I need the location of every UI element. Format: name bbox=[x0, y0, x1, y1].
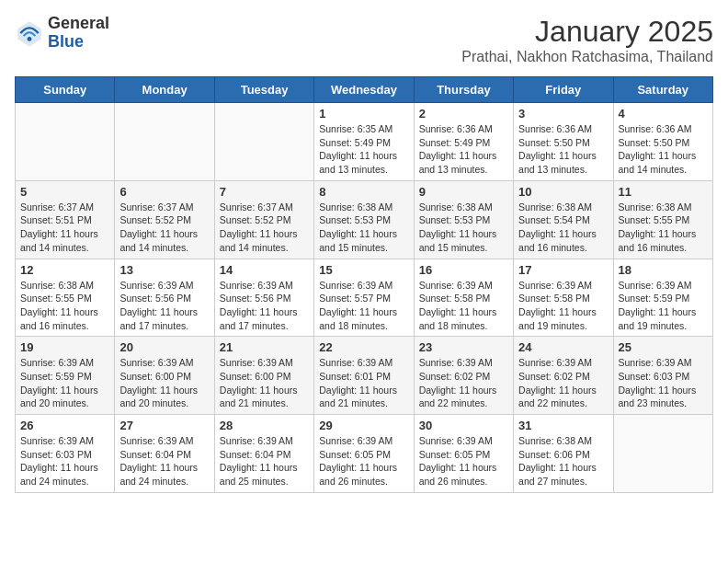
calendar-cell: 19Sunrise: 6:39 AMSunset: 5:59 PMDayligh… bbox=[16, 337, 115, 415]
calendar-week-row: 19Sunrise: 6:39 AMSunset: 5:59 PMDayligh… bbox=[16, 337, 713, 415]
title-block: January 2025 Prathai, Nakhon Ratchasima,… bbox=[461, 15, 713, 65]
calendar-cell bbox=[115, 103, 214, 181]
day-info: Sunrise: 6:39 AMSunset: 5:58 PMDaylight:… bbox=[518, 279, 608, 333]
calendar-cell: 3Sunrise: 6:36 AMSunset: 5:50 PMDaylight… bbox=[514, 103, 613, 181]
calendar-week-row: 12Sunrise: 6:38 AMSunset: 5:55 PMDayligh… bbox=[16, 259, 713, 337]
day-info: Sunrise: 6:39 AMSunset: 5:56 PMDaylight:… bbox=[220, 279, 309, 333]
calendar-cell: 9Sunrise: 6:38 AMSunset: 5:53 PMDaylight… bbox=[414, 180, 513, 259]
svg-marker-0 bbox=[17, 21, 41, 46]
day-number: 12 bbox=[20, 263, 109, 277]
calendar-cell: 15Sunrise: 6:39 AMSunset: 5:57 PMDayligh… bbox=[314, 259, 414, 337]
calendar-cell: 7Sunrise: 6:37 AMSunset: 5:52 PMDaylight… bbox=[214, 180, 313, 259]
day-info: Sunrise: 6:36 AMSunset: 5:50 PMDaylight:… bbox=[518, 122, 608, 177]
day-number: 27 bbox=[119, 419, 209, 432]
calendar-cell: 18Sunrise: 6:39 AMSunset: 5:59 PMDayligh… bbox=[613, 259, 712, 337]
day-info: Sunrise: 6:39 AMSunset: 6:05 PMDaylight:… bbox=[319, 434, 408, 488]
day-of-week-header: Saturday bbox=[613, 77, 712, 103]
calendar-cell: 23Sunrise: 6:39 AMSunset: 6:02 PMDayligh… bbox=[414, 337, 513, 415]
calendar-cell: 1Sunrise: 6:35 AMSunset: 5:49 PMDaylight… bbox=[314, 103, 414, 181]
day-number: 5 bbox=[20, 185, 109, 199]
day-number: 31 bbox=[518, 419, 608, 432]
logo-text: GeneralBlue bbox=[48, 15, 109, 52]
day-info: Sunrise: 6:35 AMSunset: 5:49 PMDaylight:… bbox=[319, 122, 408, 177]
calendar-week-row: 5Sunrise: 6:37 AMSunset: 5:51 PMDaylight… bbox=[16, 180, 713, 259]
day-info: Sunrise: 6:39 AMSunset: 6:02 PMDaylight:… bbox=[518, 356, 608, 410]
calendar-week-row: 1Sunrise: 6:35 AMSunset: 5:49 PMDaylight… bbox=[16, 103, 713, 181]
day-info: Sunrise: 6:39 AMSunset: 6:03 PMDaylight:… bbox=[20, 434, 109, 488]
day-number: 18 bbox=[619, 263, 708, 277]
day-number: 13 bbox=[119, 263, 209, 277]
day-info: Sunrise: 6:39 AMSunset: 5:59 PMDaylight:… bbox=[619, 279, 708, 333]
day-number: 3 bbox=[518, 107, 608, 121]
day-info: Sunrise: 6:38 AMSunset: 5:55 PMDaylight:… bbox=[20, 279, 109, 333]
day-info: Sunrise: 6:38 AMSunset: 5:53 PMDaylight:… bbox=[319, 201, 408, 255]
day-info: Sunrise: 6:39 AMSunset: 6:02 PMDaylight:… bbox=[419, 356, 508, 410]
calendar-cell bbox=[214, 103, 313, 181]
day-number: 2 bbox=[419, 107, 508, 121]
day-number: 20 bbox=[119, 340, 209, 354]
calendar-cell: 17Sunrise: 6:39 AMSunset: 5:58 PMDayligh… bbox=[514, 259, 613, 337]
calendar-cell: 28Sunrise: 6:39 AMSunset: 6:04 PMDayligh… bbox=[214, 415, 313, 493]
calendar-cell: 30Sunrise: 6:39 AMSunset: 6:05 PMDayligh… bbox=[414, 415, 513, 493]
day-number: 10 bbox=[518, 185, 608, 199]
calendar-cell: 31Sunrise: 6:38 AMSunset: 6:06 PMDayligh… bbox=[514, 415, 613, 493]
day-number: 26 bbox=[20, 419, 109, 432]
calendar-cell: 2Sunrise: 6:36 AMSunset: 5:49 PMDaylight… bbox=[414, 103, 513, 181]
calendar-cell: 29Sunrise: 6:39 AMSunset: 6:05 PMDayligh… bbox=[314, 415, 414, 493]
logo-blue: Blue bbox=[48, 32, 84, 51]
day-of-week-header: Tuesday bbox=[214, 77, 313, 103]
day-number: 15 bbox=[319, 263, 408, 277]
day-number: 17 bbox=[518, 263, 608, 277]
calendar-cell: 12Sunrise: 6:38 AMSunset: 5:55 PMDayligh… bbox=[16, 259, 115, 337]
calendar-cell: 16Sunrise: 6:39 AMSunset: 5:58 PMDayligh… bbox=[414, 259, 513, 337]
days-of-week-row: SundayMondayTuesdayWednesdayThursdayFrid… bbox=[16, 77, 713, 103]
day-info: Sunrise: 6:38 AMSunset: 5:54 PMDaylight:… bbox=[518, 201, 608, 255]
page-header: GeneralBlue January 2025 Prathai, Nakhon… bbox=[15, 15, 713, 65]
day-number: 8 bbox=[319, 185, 408, 199]
logo-icon bbox=[15, 18, 44, 48]
calendar-title: January 2025 bbox=[461, 15, 713, 49]
day-number: 29 bbox=[319, 419, 408, 432]
day-number: 23 bbox=[419, 340, 508, 354]
calendar-cell: 11Sunrise: 6:38 AMSunset: 5:55 PMDayligh… bbox=[613, 180, 712, 259]
day-info: Sunrise: 6:39 AMSunset: 6:04 PMDaylight:… bbox=[220, 434, 309, 488]
day-number: 16 bbox=[419, 263, 508, 277]
calendar-cell: 8Sunrise: 6:38 AMSunset: 5:53 PMDaylight… bbox=[314, 180, 414, 259]
calendar-cell: 5Sunrise: 6:37 AMSunset: 5:51 PMDaylight… bbox=[16, 180, 115, 259]
day-info: Sunrise: 6:38 AMSunset: 6:06 PMDaylight:… bbox=[518, 434, 608, 488]
calendar-header: SundayMondayTuesdayWednesdayThursdayFrid… bbox=[16, 77, 713, 103]
calendar-table: SundayMondayTuesdayWednesdayThursdayFrid… bbox=[15, 76, 713, 493]
day-number: 4 bbox=[619, 107, 708, 121]
day-info: Sunrise: 6:37 AMSunset: 5:52 PMDaylight:… bbox=[220, 201, 309, 255]
calendar-cell: 26Sunrise: 6:39 AMSunset: 6:03 PMDayligh… bbox=[16, 415, 115, 493]
day-info: Sunrise: 6:39 AMSunset: 6:03 PMDaylight:… bbox=[619, 356, 708, 410]
calendar-cell: 22Sunrise: 6:39 AMSunset: 6:01 PMDayligh… bbox=[314, 337, 414, 415]
calendar-cell bbox=[613, 415, 712, 493]
day-info: Sunrise: 6:39 AMSunset: 6:00 PMDaylight:… bbox=[119, 356, 209, 410]
calendar-cell: 21Sunrise: 6:39 AMSunset: 6:00 PMDayligh… bbox=[214, 337, 313, 415]
day-info: Sunrise: 6:36 AMSunset: 5:50 PMDaylight:… bbox=[619, 122, 708, 177]
calendar-subtitle: Prathai, Nakhon Ratchasima, Thailand bbox=[461, 49, 713, 65]
day-info: Sunrise: 6:36 AMSunset: 5:49 PMDaylight:… bbox=[419, 122, 508, 177]
day-info: Sunrise: 6:39 AMSunset: 6:05 PMDaylight:… bbox=[419, 434, 508, 488]
logo-general: General bbox=[48, 14, 109, 32]
day-number: 1 bbox=[319, 107, 408, 121]
day-of-week-header: Thursday bbox=[414, 77, 513, 103]
day-info: Sunrise: 6:39 AMSunset: 5:56 PMDaylight:… bbox=[119, 279, 209, 333]
calendar-week-row: 26Sunrise: 6:39 AMSunset: 6:03 PMDayligh… bbox=[16, 415, 713, 493]
calendar-cell: 25Sunrise: 6:39 AMSunset: 6:03 PMDayligh… bbox=[613, 337, 712, 415]
calendar-cell: 20Sunrise: 6:39 AMSunset: 6:00 PMDayligh… bbox=[115, 337, 214, 415]
day-info: Sunrise: 6:39 AMSunset: 5:58 PMDaylight:… bbox=[419, 279, 508, 333]
day-info: Sunrise: 6:39 AMSunset: 5:59 PMDaylight:… bbox=[20, 356, 109, 410]
day-of-week-header: Sunday bbox=[16, 77, 115, 103]
calendar-cell: 4Sunrise: 6:36 AMSunset: 5:50 PMDaylight… bbox=[613, 103, 712, 181]
day-info: Sunrise: 6:39 AMSunset: 6:00 PMDaylight:… bbox=[220, 356, 309, 410]
day-number: 21 bbox=[220, 340, 309, 354]
day-info: Sunrise: 6:37 AMSunset: 5:51 PMDaylight:… bbox=[20, 201, 109, 255]
calendar-cell: 27Sunrise: 6:39 AMSunset: 6:04 PMDayligh… bbox=[115, 415, 214, 493]
day-number: 25 bbox=[619, 340, 708, 354]
day-number: 7 bbox=[220, 185, 309, 199]
day-of-week-header: Wednesday bbox=[314, 77, 414, 103]
day-number: 28 bbox=[220, 419, 309, 432]
day-number: 22 bbox=[319, 340, 408, 354]
